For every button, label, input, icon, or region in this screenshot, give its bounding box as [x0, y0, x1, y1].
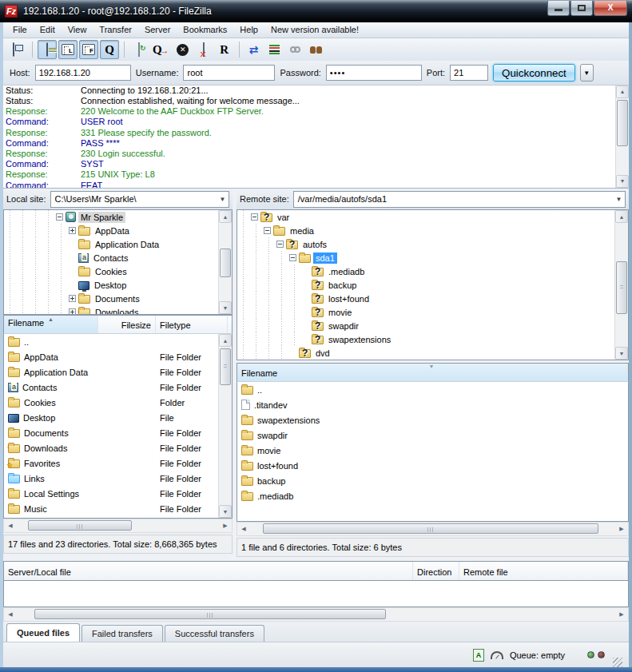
- scroll-up-icon[interactable]: ▲: [615, 210, 628, 223]
- scroll-left-icon[interactable]: ◀: [237, 523, 250, 535]
- menu-item-view[interactable]: View: [62, 23, 93, 36]
- local-tree-item[interactable]: Application Data: [4, 237, 232, 251]
- collapse-icon[interactable]: [264, 227, 271, 234]
- local-tree-item[interactable]: ↓Downloads: [4, 305, 232, 315]
- password-input[interactable]: [326, 65, 422, 81]
- expand-icon[interactable]: [69, 295, 76, 302]
- remote-tree-item[interactable]: ?var: [237, 210, 628, 224]
- remote-tree-item[interactable]: ?swapdir: [237, 319, 628, 332]
- queue-column-header-remote-file[interactable]: Remote file: [459, 562, 628, 580]
- remote-file-row[interactable]: backup: [237, 473, 628, 488]
- menu-item-bookmarks[interactable]: Bookmarks: [177, 23, 233, 36]
- minimize-button[interactable]: [547, 1, 570, 16]
- local-list-hscrollbar[interactable]: ◀ ▶: [3, 519, 233, 533]
- maximize-button[interactable]: [570, 1, 593, 16]
- remote-file-row[interactable]: swapdir: [237, 427, 628, 443]
- local-file-row[interactable]: Application DataFile Folder: [4, 364, 232, 380]
- local-tree-item[interactable]: AppData: [4, 224, 232, 237]
- remote-tree-item[interactable]: ?dvd: [237, 346, 628, 360]
- process-queue-button[interactable]: Q→: [150, 40, 172, 59]
- cancel-button[interactable]: ✕: [173, 40, 193, 59]
- remote-file-row[interactable]: lost+found: [237, 458, 628, 473]
- local-tree-item[interactable]: Desktop: [4, 278, 232, 292]
- toggle-message-log-button[interactable]: [38, 40, 57, 59]
- menu-item-edit[interactable]: Edit: [34, 23, 62, 36]
- local-file-row[interactable]: ContactsFile Folder: [4, 380, 232, 395]
- remote-file-row[interactable]: ..: [237, 382, 628, 397]
- refresh-button[interactable]: ↻: [129, 40, 149, 59]
- quickconnect-dropdown-button[interactable]: ▼: [580, 64, 594, 82]
- local-file-row[interactable]: ★FavoritesFile Folder: [4, 455, 232, 471]
- tab-queued-files[interactable]: Queued files: [6, 623, 80, 642]
- collapse-icon[interactable]: [56, 213, 63, 221]
- toggle-remote-tree-button[interactable]: F: [79, 40, 98, 59]
- scroll-right-icon[interactable]: ▶: [219, 519, 232, 532]
- local-file-row[interactable]: LinksFile Folder: [4, 471, 232, 486]
- scroll-down-icon[interactable]: ▼: [615, 347, 628, 360]
- queue-column-header-server-local-file[interactable]: Server/Local file: [4, 562, 413, 580]
- menu-item-new-version-available-[interactable]: New version available!: [264, 23, 365, 36]
- reconnect-button[interactable]: R: [215, 40, 234, 59]
- remote-file-row[interactable]: .mediadb: [237, 488, 628, 503]
- remote-tree-item[interactable]: ?backup: [237, 278, 628, 292]
- local-tree-item[interactable]: Contacts: [4, 251, 232, 264]
- scroll-up-icon[interactable]: ▲: [219, 210, 232, 223]
- queue-hscrollbar[interactable]: ◀ ▶: [3, 607, 629, 622]
- scroll-right-icon[interactable]: ▶: [615, 608, 628, 621]
- scroll-down-icon[interactable]: ▼: [616, 175, 629, 188]
- local-file-row[interactable]: DocumentsFile Folder: [4, 425, 232, 440]
- expand-icon[interactable]: [69, 227, 76, 234]
- menu-item-help[interactable]: Help: [233, 23, 264, 36]
- toggle-queue-button[interactable]: Q: [100, 40, 119, 59]
- local-site-combobox[interactable]: C:\Users\Mr Sparkle\ ▼: [50, 191, 229, 208]
- local-file-row[interactable]: AppDataFile Folder: [4, 349, 232, 364]
- site-manager-button[interactable]: ▼: [8, 40, 27, 59]
- menu-item-server[interactable]: Server: [138, 23, 177, 36]
- local-tree-item[interactable]: Mr Sparkle: [4, 210, 232, 224]
- transfer-type-icon[interactable]: [473, 649, 484, 662]
- collapse-icon[interactable]: [289, 254, 296, 261]
- local-tree-item[interactable]: Documents: [4, 292, 232, 305]
- remote-file-row[interactable]: .titandev: [237, 397, 628, 412]
- scroll-down-icon[interactable]: ▼: [219, 301, 232, 314]
- remote-tree-scrollbar[interactable]: ▲ ▼: [614, 210, 628, 360]
- quickconnect-button[interactable]: Quickconnect: [493, 64, 575, 82]
- file-search-button[interactable]: [307, 40, 326, 59]
- close-button[interactable]: X: [594, 1, 627, 16]
- tab-successful-transfers[interactable]: Successful transfers: [165, 625, 264, 642]
- remote-tree-item[interactable]: ?swapextensions: [237, 332, 628, 346]
- remote-tree-item[interactable]: ?lost+found: [237, 292, 628, 305]
- collapse-icon[interactable]: [276, 241, 284, 248]
- port-input[interactable]: [450, 65, 488, 81]
- splitter-collapse-icon[interactable]: ▼: [429, 364, 435, 369]
- local-file-row[interactable]: ..: [4, 334, 232, 349]
- local-file-row[interactable]: CookiesFolder: [4, 395, 232, 410]
- local-tree-item[interactable]: Cookies: [4, 264, 232, 278]
- scroll-up-icon[interactable]: ▲: [616, 85, 629, 98]
- column-header-filename[interactable]: Filename▲: [4, 316, 98, 333]
- menu-item-file[interactable]: File: [6, 23, 34, 36]
- scroll-right-icon[interactable]: ▶: [615, 523, 628, 535]
- speed-limits-icon[interactable]: [491, 651, 503, 659]
- resize-grip[interactable]: [613, 658, 622, 667]
- directory-comparison-button[interactable]: ⇄: [244, 40, 264, 59]
- remote-tree-item[interactable]: ?.mediadb: [237, 264, 628, 278]
- remote-tree-item[interactable]: ?autofs: [237, 237, 628, 251]
- synchronized-browsing-button[interactable]: [286, 40, 305, 59]
- filter-listing-button[interactable]: [265, 40, 284, 59]
- tab-failed-transfers[interactable]: Failed transfers: [81, 625, 163, 642]
- host-input[interactable]: [35, 65, 131, 81]
- local-file-row[interactable]: MusicFile Folder: [4, 501, 232, 516]
- disconnect-button[interactable]: ✕: [194, 40, 213, 59]
- local-list-scrollbar[interactable]: ▲ ▼: [218, 334, 232, 518]
- scroll-up-icon[interactable]: ▲: [219, 334, 232, 347]
- local-file-row[interactable]: Local SettingsFile Folder: [4, 486, 232, 501]
- expand-icon[interactable]: [69, 308, 76, 315]
- remote-list-hscrollbar[interactable]: ◀ ▶: [237, 522, 629, 536]
- scroll-left-icon[interactable]: ◀: [4, 519, 17, 532]
- remote-tree-item[interactable]: ?movie: [237, 305, 628, 319]
- chevron-down-icon[interactable]: ▼: [613, 192, 625, 207]
- remote-tree-item[interactable]: media: [237, 224, 628, 237]
- column-header-filetype[interactable]: Filetype: [156, 316, 228, 333]
- remote-file-row[interactable]: movie: [237, 443, 628, 458]
